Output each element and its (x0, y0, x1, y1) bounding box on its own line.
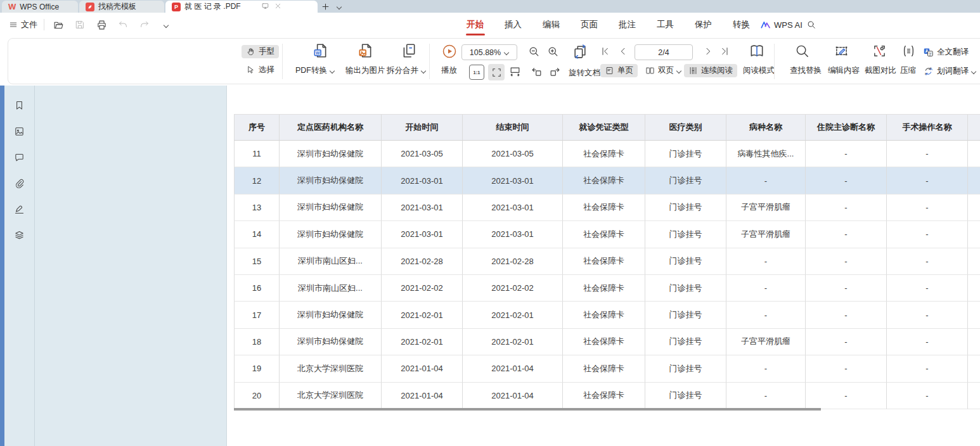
rotate-right-icon[interactable] (549, 66, 561, 78)
menu-tab-protect[interactable]: 保护 (695, 13, 712, 37)
table-cell: 深圳市妇幼保健院 (280, 221, 382, 248)
first-page-icon[interactable] (600, 46, 610, 56)
menu-tab-insert[interactable]: 插入 (505, 13, 522, 37)
export-image-icon (343, 42, 387, 59)
signature-icon[interactable] (14, 203, 25, 215)
prev-page-icon[interactable] (618, 46, 628, 56)
table-cell: - (806, 275, 887, 302)
enter-workspace-icon[interactable] (261, 2, 269, 12)
next-page-icon[interactable] (703, 46, 713, 56)
actual-size-button[interactable]: 1:1 (469, 65, 484, 80)
find-replace-button[interactable]: 查找替换 (785, 64, 826, 77)
compress-button[interactable]: 压缩 (896, 64, 920, 77)
hand-tool-button[interactable]: 手型 (242, 45, 279, 58)
bookmark-icon[interactable] (14, 99, 25, 111)
tab-wps-office[interactable]: W WPS Office (2, 1, 78, 13)
double-page-button[interactable]: 双页 (641, 64, 686, 77)
last-page-icon[interactable] (719, 46, 730, 56)
attachment-icon[interactable] (14, 177, 25, 189)
pdf-convert-icon: W (300, 42, 340, 59)
close-tab-icon[interactable] (274, 3, 281, 11)
menu-bar: 文件 开始 插入 编辑 页面 批注 (0, 13, 980, 37)
table-cell: 门诊挂号 (645, 355, 726, 382)
table-cell: 北京大学深圳医院 (280, 383, 382, 409)
thumbnail-icon[interactable] (14, 125, 25, 137)
zoom-in-icon[interactable] (547, 46, 559, 58)
table-cell: 2021-03-01 (463, 167, 563, 194)
rotate-left-icon[interactable] (531, 66, 543, 78)
table-cell (968, 383, 980, 409)
table-cell: - (887, 383, 968, 409)
compress-icon (898, 44, 919, 58)
layers-icon[interactable] (14, 229, 25, 241)
table-cell: 2021-02-01 (463, 302, 563, 328)
menu-search-icon[interactable] (806, 13, 816, 37)
split-merge-label: 拆分合并 (387, 65, 418, 76)
fit-width-button[interactable] (509, 66, 521, 78)
zoom-level-select[interactable]: 105.88% (461, 44, 517, 60)
screenshot-compare-icon (863, 44, 896, 58)
redo-icon[interactable] (137, 17, 152, 32)
quick-access-chevron-icon[interactable] (158, 17, 174, 32)
fit-page-button[interactable] (488, 64, 505, 80)
undo-icon[interactable] (115, 17, 131, 32)
table-cell: - (726, 355, 806, 382)
table-cell: 2021-02-01 (382, 329, 463, 355)
wps-ai-button[interactable]: WPS AI (761, 13, 803, 37)
play-button[interactable]: 播放 (437, 64, 461, 77)
file-menu-button[interactable]: 文件 (9, 19, 37, 30)
table-header-row: 序号定点医药机构名称开始时间结束时间就诊凭证类型医疗类别病种名称住院主诊断名称手… (234, 114, 980, 141)
zoom-out-icon[interactable] (528, 46, 540, 58)
navigation-panel[interactable] (35, 86, 226, 446)
print-icon[interactable] (94, 17, 109, 32)
medical-records-table: 序号定点医药机构名称开始时间结束时间就诊凭证类型医疗类别病种名称住院主诊断名称手… (234, 114, 980, 409)
table-cell: - (887, 167, 968, 194)
table-cell: 社会保障卡 (563, 167, 645, 194)
table-cell: 社会保障卡 (563, 383, 645, 409)
tab-list-chevron-icon[interactable] (333, 1, 345, 13)
divider (429, 44, 430, 79)
tab-document-active[interactable]: P 就 医 记 录 .PDF (165, 1, 318, 13)
table-cell (968, 194, 980, 221)
menu-tab-edit[interactable]: 编辑 (543, 13, 560, 37)
single-page-button[interactable]: 单页 (600, 64, 638, 77)
edit-content-button[interactable]: 编辑内容 (823, 64, 864, 77)
word-translate-button[interactable]: xA 划词翻译 (919, 65, 980, 78)
divider (774, 44, 775, 79)
table-cell: 2021-03-01 (382, 194, 463, 221)
rotate-document-icon[interactable] (572, 44, 588, 60)
continuous-read-button[interactable]: 连续阅读 (684, 64, 737, 77)
screenshot-compare-button[interactable]: 截图对比 (860, 64, 901, 77)
table-cell: - (887, 221, 968, 248)
divider (282, 44, 283, 79)
menu-tab-convert[interactable]: 转换 (733, 13, 750, 37)
table-cell: 15 (234, 248, 280, 275)
split-merge-button[interactable]: 拆分合并 (382, 64, 430, 77)
double-page-label: 双页 (658, 65, 674, 76)
table-cell: - (887, 355, 968, 382)
open-file-icon[interactable] (51, 17, 66, 32)
read-mode-label: 阅读模式 (743, 65, 775, 76)
menu-tab-page[interactable]: 页面 (581, 13, 598, 37)
new-tab-button[interactable] (318, 1, 333, 13)
header-cell: 开始时间 (382, 114, 463, 141)
read-mode-button[interactable]: 阅读模式 (738, 64, 779, 77)
menu-tab-comment[interactable]: 批注 (619, 13, 636, 37)
comment-icon[interactable] (14, 151, 25, 163)
save-icon[interactable] (72, 17, 87, 32)
single-page-icon (605, 66, 614, 75)
select-tool-button[interactable]: 选择 (242, 63, 279, 77)
pdf-page[interactable]: 序号定点医药机构名称开始时间结束时间就诊凭证类型医疗类别病种名称住院主诊断名称手… (226, 86, 980, 446)
pdf-convert-button[interactable]: PDF转换 (291, 64, 339, 77)
page-number-input[interactable]: 2/4 (635, 44, 693, 60)
menu-tab-tools[interactable]: 工具 (657, 13, 674, 37)
svg-text:字: 字 (929, 52, 932, 56)
page-indicator-value: 2/4 (658, 48, 669, 57)
menu-tab-home[interactable]: 开始 (467, 13, 484, 37)
tab-docer-template[interactable]: 找稿壳模板 (79, 1, 164, 13)
table-cell (968, 221, 980, 248)
table-cell: 深圳市妇幼保健院 (280, 194, 382, 221)
table-cell: 14 (234, 221, 280, 248)
table-row: 16深圳市南山区妇...2021-02-022021-02-02社会保障卡门诊挂… (234, 275, 980, 302)
full-translate-button[interactable]: A字 全文翻译 (919, 46, 973, 59)
